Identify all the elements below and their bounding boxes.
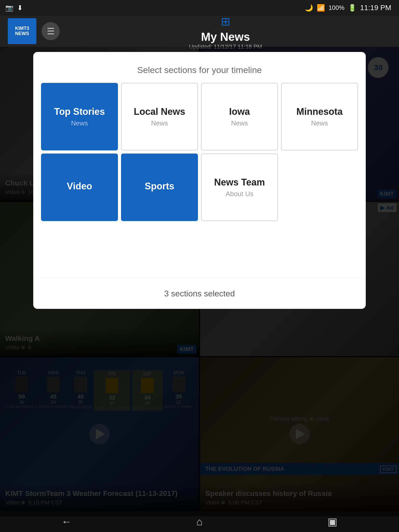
status-time: 11:19 PM [360,4,391,12]
iowa-sub: News [231,119,248,127]
modal-footer: 3 sections selected [33,278,366,309]
top-stories-sub: News [71,119,88,127]
sections-grid: Top Stories News Local News News Iowa Ne… [33,83,366,226]
sports-title: Sports [145,181,174,192]
grid-icon: ⊞ [221,15,230,28]
iowa-title: Iowa [229,106,250,117]
logo: KIMT3NEWS [8,18,36,44]
battery-icon: 🔋 [348,4,356,12]
minnesota-title: Minnesota [296,106,343,117]
section-tile-minnesota[interactable]: Minnesota News [281,83,358,150]
notification-icon: 📷 [5,4,14,12]
news-team-sub: About Us [226,190,254,198]
header-center: ⊞ My News Updated: 11/12/17 11:18 PM [60,12,391,50]
modal-overlay[interactable]: Select sections for your timeline Top St… [0,47,399,516]
back-icon: ← [61,516,72,528]
battery-text: 100% [329,4,344,11]
section-tile-local-news[interactable]: Local News News [121,83,198,150]
section-tile-top-stories[interactable]: Top Stories News [41,83,118,150]
menu-button[interactable]: ☰ [42,22,60,40]
section-tile-sports[interactable]: Sports [121,154,198,221]
local-news-sub: News [151,119,168,127]
hamburger-icon: ☰ [47,26,55,36]
download-icon: ⬇ [17,4,23,12]
app-header: KIMT3NEWS ☰ ⊞ My News Updated: 11/12/17 … [0,16,399,47]
moon-icon: 🌙 [305,4,313,12]
top-stories-title: Top Stories [54,106,105,117]
header-title: My News [201,30,250,43]
logo-text: KIMT3NEWS [15,26,29,36]
section-select-modal: Select sections for your timeline Top St… [33,52,366,309]
minnesota-sub: News [311,119,328,127]
sections-count: 3 sections selected [44,289,355,298]
status-bar: 📷 ⬇ 🌙 📶 100% 🔋 11:19 PM [0,0,399,16]
video-title: Video [67,181,92,192]
section-tile-video[interactable]: Video [41,154,118,221]
section-tile-news-team[interactable]: News Team About Us [201,154,278,221]
section-tile-iowa[interactable]: Iowa News [201,83,278,150]
home-icon: ⌂ [196,516,203,528]
news-team-title: News Team [214,177,265,188]
wifi-icon: 📶 [317,4,325,12]
local-news-title: Local News [134,106,185,117]
recent-icon: ▣ [328,516,337,528]
modal-title: Select sections for your timeline [33,52,366,83]
